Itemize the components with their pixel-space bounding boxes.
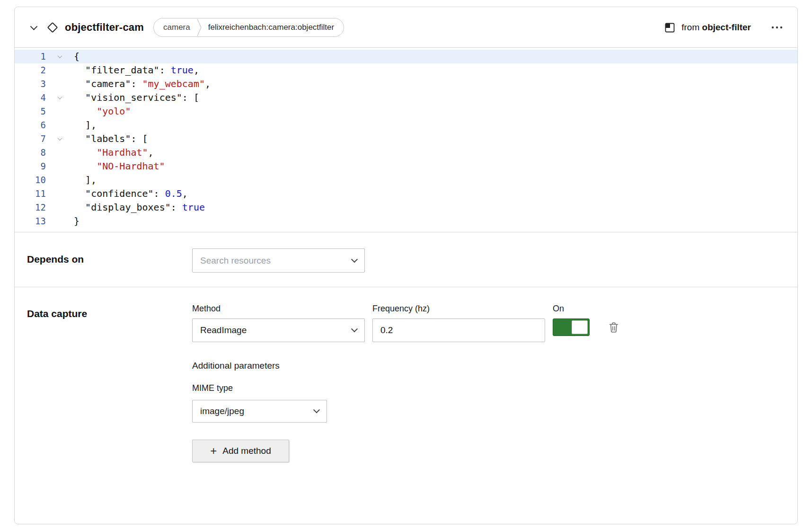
editor-line[interactable]: 12 "display_boxes": true (15, 201, 797, 214)
fold-gutter (46, 173, 74, 187)
line-number: 13 (15, 214, 46, 228)
resource-type-badge: camera felixreichenbach:camera:objectfil… (153, 18, 344, 37)
editor-line[interactable]: 10 ], (15, 173, 797, 187)
depends-on-title: Depends on (27, 248, 192, 273)
resource-config-card: objectfilter-cam camera felixreichenbach… (14, 7, 798, 524)
editor-line[interactable]: 9 "NO-Hardhat" (15, 159, 797, 173)
editor-line[interactable]: 2 "filter_data": true, (15, 63, 797, 77)
additional-parameters-label: Additional parameters (192, 360, 620, 371)
fold-toggle[interactable] (46, 91, 74, 105)
line-number: 10 (15, 173, 46, 187)
plus-icon: + (210, 445, 217, 457)
add-method-label: Add method (222, 446, 271, 456)
editor-line[interactable]: 6 ], (15, 118, 797, 132)
chevron-down-icon (30, 23, 37, 30)
editor-line[interactable]: 7 "labels": [ (15, 132, 797, 146)
chevron-down-icon (313, 406, 320, 413)
capture-on-toggle[interactable] (553, 318, 590, 336)
json-editor[interactable]: 1{2 "filter_data": true,3 "camera": "my_… (15, 48, 797, 232)
collapse-button[interactable] (27, 21, 40, 34)
capture-toggle-field: On (553, 303, 620, 342)
fold-gutter (46, 187, 74, 201)
from-module-label: from object-filter (681, 22, 751, 33)
line-number: 5 (15, 105, 46, 118)
line-number: 4 (15, 91, 46, 105)
resource-model-label: felixreichenbach:camera:objectfilter (208, 23, 334, 32)
line-number: 11 (15, 187, 46, 201)
line-number: 6 (15, 118, 46, 132)
resource-type-label: camera (163, 23, 190, 32)
line-number: 7 (15, 132, 46, 146)
delete-method-button[interactable] (608, 321, 620, 334)
frequency-input[interactable] (372, 318, 545, 342)
code-text: ], (74, 173, 97, 187)
line-number: 9 (15, 159, 46, 173)
fold-gutter (46, 77, 74, 91)
frequency-field: Frequency (hz) (372, 303, 545, 342)
on-label: On (553, 303, 620, 314)
ellipsis-icon (771, 26, 783, 29)
code-text: ], (74, 118, 97, 132)
line-number: 12 (15, 201, 46, 214)
fold-gutter (46, 214, 74, 228)
chevron-down-icon (351, 256, 358, 263)
method-field: Method ReadImage (192, 303, 365, 342)
fold-toggle[interactable] (46, 50, 74, 63)
line-number: 2 (15, 63, 46, 77)
mime-type-value: image/jpeg (200, 406, 244, 416)
module-source: from object-filter (664, 22, 751, 33)
fold-gutter (46, 105, 74, 118)
resource-title: objectfilter-cam (65, 21, 144, 34)
fold-toggle[interactable] (46, 132, 74, 146)
editor-line[interactable]: 13} (15, 214, 797, 228)
line-number: 3 (15, 77, 46, 91)
code-text: "confidence": 0.5, (74, 187, 188, 201)
code-text: } (74, 214, 79, 228)
line-number: 1 (15, 50, 46, 63)
fold-gutter (46, 159, 74, 173)
editor-line[interactable]: 4 "vision_services": [ (15, 91, 797, 105)
mime-type-select[interactable]: image/jpeg (192, 400, 327, 423)
card-header: objectfilter-cam camera felixreichenbach… (15, 7, 797, 48)
data-capture-title: Data capture (27, 303, 192, 462)
frequency-label: Frequency (hz) (372, 303, 545, 314)
search-resources-placeholder: Search resources (200, 256, 271, 266)
code-text: "Hardhat", (74, 146, 154, 159)
code-text: "display_boxes": true (74, 201, 205, 214)
code-text: "filter_data": true, (74, 63, 199, 77)
chevron-down-icon (351, 326, 358, 332)
method-select[interactable]: ReadImage (192, 318, 365, 342)
fold-gutter (46, 201, 74, 214)
mime-type-label: MIME type (192, 383, 620, 393)
depends-on-section: Depends on Search resources (15, 232, 797, 287)
code-text: "camera": "my_webcam", (74, 77, 211, 91)
chevron-down-icon (58, 136, 62, 141)
method-label: Method (192, 303, 365, 314)
editor-line[interactable]: 8 "Hardhat", (15, 146, 797, 159)
code-text: "NO-Hardhat" (74, 159, 165, 173)
code-text: "labels": [ (74, 132, 148, 146)
method-value: ReadImage (200, 325, 247, 336)
editor-line[interactable]: 11 "confidence": 0.5, (15, 187, 797, 201)
data-capture-section: Data capture Method ReadImage Frequency … (15, 287, 797, 524)
badge-separator-icon (197, 18, 202, 37)
editor-line[interactable]: 3 "camera": "my_webcam", (15, 77, 797, 91)
chevron-down-icon (58, 53, 62, 58)
editor-line[interactable]: 5 "yolo" (15, 105, 797, 118)
code-text: "yolo" (74, 105, 131, 118)
component-diamond-icon (47, 22, 58, 33)
fold-gutter (46, 63, 74, 77)
toggle-knob (572, 320, 588, 334)
trash-icon (608, 321, 619, 334)
more-options-button[interactable] (769, 21, 785, 34)
code-text: "vision_services": [ (74, 91, 199, 105)
add-method-button[interactable]: + Add method (192, 440, 289, 462)
fold-gutter (46, 118, 74, 132)
module-icon (664, 22, 676, 33)
chevron-down-icon (58, 95, 62, 99)
editor-line[interactable]: 1{ (15, 50, 797, 63)
code-text: { (74, 50, 79, 63)
fold-gutter (46, 146, 74, 159)
search-resources-select[interactable]: Search resources (192, 248, 365, 273)
data-capture-content: Method ReadImage Frequency (hz) On (192, 303, 620, 462)
